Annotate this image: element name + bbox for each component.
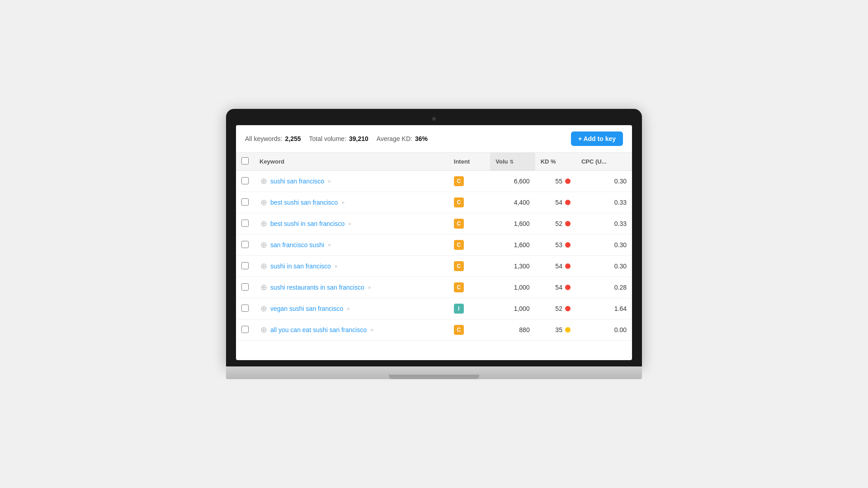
cpc-cell: 1.64 [576, 298, 632, 319]
intent-cell: C [448, 213, 491, 235]
expand-icon[interactable]: » [328, 178, 331, 184]
add-keyword-icon[interactable]: ⊕ [259, 241, 268, 249]
row-checkbox[interactable] [241, 305, 249, 312]
add-keyword-icon[interactable]: ⊕ [259, 262, 268, 270]
keyword-link[interactable]: all you can eat sushi san francisco [270, 326, 367, 333]
kd-cell: 35 [535, 319, 576, 341]
total-volume-value: 39,210 [349, 135, 368, 142]
keyword-cell: ⊕ best sushi in san francisco » [254, 213, 448, 235]
keyword-cell: ⊕ sushi in san francisco » [254, 256, 448, 277]
row-checkbox[interactable] [241, 262, 249, 269]
add-keyword-icon[interactable]: ⊕ [259, 220, 268, 228]
keyword-cell-inner: ⊕ all you can eat sushi san francisco » [259, 326, 443, 334]
kd-dot [565, 263, 571, 269]
table-row: ⊕ vegan sushi san francisco » I1,000 52 … [236, 298, 632, 319]
intent-badge: C [454, 325, 464, 335]
header-row: Keyword Intent Volu ⇅ KD % CPC (U... [236, 153, 632, 171]
row-checkbox[interactable] [241, 220, 249, 227]
expand-icon[interactable]: » [348, 221, 351, 227]
kd-inner: 35 [541, 326, 571, 333]
expand-icon[interactable]: » [341, 199, 344, 206]
kd-cell: 52 [535, 213, 576, 235]
row-checkbox-cell [236, 277, 254, 298]
table-row: ⊕ best sushi in san francisco » C1,600 5… [236, 213, 632, 235]
row-checkbox[interactable] [241, 241, 249, 248]
row-checkbox-cell [236, 213, 254, 235]
table-row: ⊕ all you can eat sushi san francisco » … [236, 319, 632, 341]
keyword-cell-inner: ⊕ sushi san francisco » [259, 177, 443, 185]
table-header: Keyword Intent Volu ⇅ KD % CPC (U... [236, 153, 632, 171]
header-volume: Volu ⇅ [490, 153, 535, 171]
keyword-cell-inner: ⊕ sushi in san francisco » [259, 262, 443, 270]
volume-filter-icon[interactable]: ⇅ [509, 159, 514, 164]
keyword-link[interactable]: sushi restaurants in san francisco [270, 284, 364, 291]
screen-bezel: All keywords: 2,255 Total volume: 39,210… [236, 125, 632, 360]
add-keyword-icon[interactable]: ⊕ [259, 283, 268, 291]
expand-icon[interactable]: » [368, 284, 371, 291]
kd-inner: 54 [541, 284, 571, 291]
kd-dot [565, 285, 571, 290]
expand-icon[interactable]: » [347, 305, 350, 312]
cpc-cell: 0.00 [576, 319, 632, 341]
row-checkbox-cell [236, 298, 254, 319]
kd-dot [565, 306, 571, 311]
volume-cell: 1,000 [490, 277, 535, 298]
screen-content: All keywords: 2,255 Total volume: 39,210… [236, 125, 632, 341]
intent-badge: C [454, 197, 464, 207]
add-to-key-button[interactable]: + Add to key [571, 131, 623, 146]
volume-cell: 1,300 [490, 256, 535, 277]
row-checkbox[interactable] [241, 177, 249, 184]
keyword-link[interactable]: sushi in san francisco [270, 263, 331, 270]
keyword-cell-inner: ⊕ san francisco sushi » [259, 241, 443, 249]
expand-icon[interactable]: » [328, 242, 331, 248]
all-keywords-label: All keywords: [245, 135, 282, 142]
row-checkbox-cell [236, 256, 254, 277]
keyword-cell-inner: ⊕ vegan sushi san francisco » [259, 305, 443, 313]
kd-value: 54 [555, 263, 562, 270]
keyword-cell: ⊕ all you can eat sushi san francisco » [254, 319, 448, 341]
header-stats: All keywords: 2,255 Total volume: 39,210… [245, 135, 567, 142]
table-row: ⊕ sushi in san francisco » C1,300 54 0.3… [236, 256, 632, 277]
avg-kd-value: 36% [415, 135, 428, 142]
intent-badge: C [454, 176, 464, 186]
kd-value: 55 [555, 178, 562, 185]
add-keyword-icon[interactable]: ⊕ [259, 198, 268, 206]
keyword-cell: ⊕ sushi restaurants in san francisco » [254, 277, 448, 298]
keyword-link[interactable]: best sushi san francisco [270, 199, 338, 206]
kd-value: 53 [555, 241, 562, 249]
row-checkbox[interactable] [241, 198, 249, 206]
kd-value: 52 [555, 220, 562, 227]
kd-inner: 53 [541, 241, 571, 249]
keyword-cell-inner: ⊕ sushi restaurants in san francisco » [259, 283, 443, 291]
cpc-cell: 0.28 [576, 277, 632, 298]
intent-cell: C [448, 277, 491, 298]
row-checkbox[interactable] [241, 326, 249, 333]
add-keyword-icon[interactable]: ⊕ [259, 326, 268, 334]
kd-inner: 52 [541, 305, 571, 312]
kd-inner: 52 [541, 220, 571, 227]
intent-badge: C [454, 282, 464, 292]
row-checkbox-cell [236, 319, 254, 341]
header-bar: All keywords: 2,255 Total volume: 39,210… [236, 125, 632, 153]
keyword-link[interactable]: best sushi in san francisco [270, 220, 344, 227]
add-keyword-icon[interactable]: ⊕ [259, 177, 268, 185]
kd-dot [565, 200, 571, 205]
expand-icon[interactable]: » [335, 263, 338, 269]
laptop-base [226, 366, 642, 379]
screen-outer: All keywords: 2,255 Total volume: 39,210… [226, 109, 642, 366]
select-all-checkbox[interactable] [241, 157, 249, 164]
add-keyword-icon[interactable]: ⊕ [259, 305, 268, 313]
header-intent: Intent [448, 153, 491, 171]
keyword-link[interactable]: vegan sushi san francisco [270, 305, 343, 312]
keywords-table: Keyword Intent Volu ⇅ KD % CPC (U... ⊕ [236, 153, 632, 341]
row-checkbox[interactable] [241, 283, 249, 291]
header-checkbox-col [236, 153, 254, 171]
laptop-device: All keywords: 2,255 Total volume: 39,210… [226, 109, 642, 379]
kd-value: 54 [555, 284, 562, 291]
expand-icon[interactable]: » [370, 327, 373, 333]
keyword-link[interactable]: sushi san francisco [270, 178, 324, 185]
keyword-link[interactable]: san francisco sushi [270, 241, 324, 249]
intent-cell: I [448, 298, 491, 319]
volume-cell: 4,400 [490, 192, 535, 213]
intent-badge: C [454, 219, 464, 229]
